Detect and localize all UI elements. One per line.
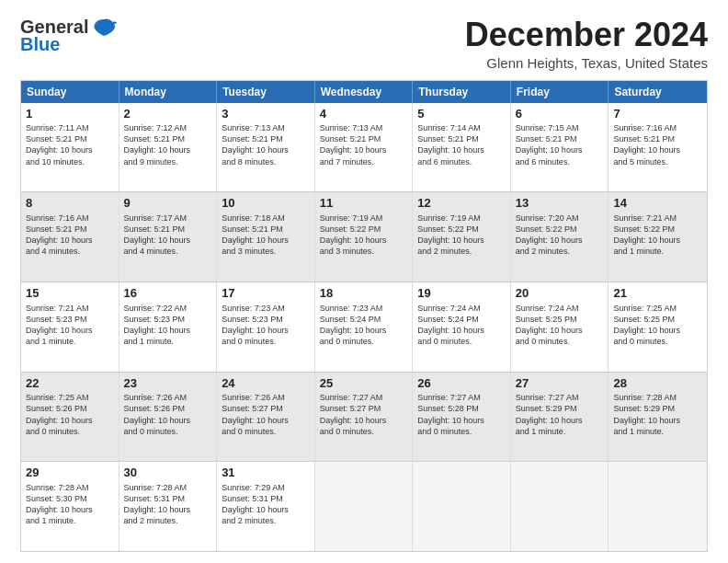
- calendar-row-3: 22Sunrise: 7:25 AM Sunset: 5:26 PM Dayli…: [21, 372, 707, 462]
- day-info: Sunrise: 7:21 AM Sunset: 5:22 PM Dayligh…: [613, 213, 702, 258]
- day-number: 26: [417, 376, 506, 391]
- calendar-cell: [511, 462, 609, 551]
- day-info: Sunrise: 7:16 AM Sunset: 5:21 PM Dayligh…: [26, 213, 114, 258]
- day-number: 4: [320, 107, 408, 121]
- calendar-cell: [413, 462, 511, 551]
- calendar: Sunday Monday Tuesday Wednesday Thursday…: [20, 80, 708, 552]
- calendar-body: 1Sunrise: 7:11 AM Sunset: 5:21 PM Daylig…: [21, 103, 707, 551]
- calendar-cell: 23Sunrise: 7:26 AM Sunset: 5:26 PM Dayli…: [119, 373, 218, 462]
- calendar-cell: 22Sunrise: 7:25 AM Sunset: 5:26 PM Dayli…: [21, 373, 119, 462]
- day-number: 25: [320, 376, 408, 391]
- day-info: Sunrise: 7:24 AM Sunset: 5:24 PM Dayligh…: [417, 303, 506, 348]
- day-number: 11: [320, 196, 408, 211]
- logo-bird-icon: [91, 17, 117, 38]
- header: General Blue December 2024 Glenn Heights…: [20, 17, 708, 71]
- day-info: Sunrise: 7:19 AM Sunset: 5:22 PM Dayligh…: [320, 213, 408, 258]
- day-info: Sunrise: 7:15 AM Sunset: 5:21 PM Dayligh…: [516, 122, 604, 167]
- calendar-cell: [609, 462, 707, 551]
- day-number: 29: [26, 465, 114, 480]
- calendar-cell: 6Sunrise: 7:15 AM Sunset: 5:21 PM Daylig…: [511, 103, 609, 192]
- day-info: Sunrise: 7:18 AM Sunset: 5:21 PM Dayligh…: [222, 213, 310, 258]
- day-info: Sunrise: 7:25 AM Sunset: 5:25 PM Dayligh…: [613, 303, 702, 348]
- day-number: 28: [613, 376, 702, 391]
- header-tuesday: Tuesday: [217, 81, 315, 103]
- calendar-title: December 2024: [465, 17, 708, 53]
- day-info: Sunrise: 7:20 AM Sunset: 5:22 PM Dayligh…: [516, 213, 604, 258]
- calendar-cell: 15Sunrise: 7:21 AM Sunset: 5:23 PM Dayli…: [21, 282, 119, 372]
- day-number: 3: [222, 107, 310, 121]
- calendar-row-2: 15Sunrise: 7:21 AM Sunset: 5:23 PM Dayli…: [21, 282, 707, 372]
- calendar-cell: 27Sunrise: 7:27 AM Sunset: 5:29 PM Dayli…: [511, 373, 609, 462]
- day-info: Sunrise: 7:26 AM Sunset: 5:27 PM Dayligh…: [222, 392, 310, 437]
- day-number: 12: [417, 196, 506, 211]
- day-number: 22: [26, 376, 114, 391]
- calendar-row-4: 29Sunrise: 7:28 AM Sunset: 5:30 PM Dayli…: [21, 461, 707, 551]
- calendar-cell: 7Sunrise: 7:16 AM Sunset: 5:21 PM Daylig…: [609, 103, 707, 192]
- calendar-cell: 26Sunrise: 7:27 AM Sunset: 5:28 PM Dayli…: [413, 373, 511, 462]
- day-info: Sunrise: 7:27 AM Sunset: 5:28 PM Dayligh…: [417, 392, 506, 437]
- day-info: Sunrise: 7:13 AM Sunset: 5:21 PM Dayligh…: [320, 122, 408, 167]
- calendar-header-row: Sunday Monday Tuesday Wednesday Thursday…: [21, 81, 707, 103]
- logo-blue: Blue: [20, 34, 60, 55]
- day-number: 15: [26, 286, 114, 301]
- calendar-cell: [315, 462, 414, 551]
- calendar-cell: 10Sunrise: 7:18 AM Sunset: 5:21 PM Dayli…: [217, 192, 315, 282]
- day-info: Sunrise: 7:28 AM Sunset: 5:29 PM Dayligh…: [613, 392, 702, 437]
- day-info: Sunrise: 7:23 AM Sunset: 5:23 PM Dayligh…: [222, 303, 310, 348]
- day-number: 18: [320, 286, 408, 301]
- day-info: Sunrise: 7:24 AM Sunset: 5:25 PM Dayligh…: [516, 303, 604, 348]
- calendar-cell: 19Sunrise: 7:24 AM Sunset: 5:24 PM Dayli…: [413, 282, 511, 372]
- day-info: Sunrise: 7:26 AM Sunset: 5:26 PM Dayligh…: [124, 392, 212, 437]
- day-info: Sunrise: 7:17 AM Sunset: 5:21 PM Dayligh…: [124, 213, 212, 258]
- day-number: 8: [26, 196, 114, 211]
- day-number: 31: [222, 465, 310, 480]
- day-number: 24: [222, 376, 310, 391]
- day-number: 10: [222, 196, 310, 211]
- day-info: Sunrise: 7:11 AM Sunset: 5:21 PM Dayligh…: [26, 122, 114, 167]
- calendar-cell: 12Sunrise: 7:19 AM Sunset: 5:22 PM Dayli…: [413, 192, 511, 282]
- day-number: 13: [516, 196, 604, 211]
- header-sunday: Sunday: [21, 81, 119, 103]
- day-number: 19: [417, 286, 506, 301]
- day-number: 6: [516, 107, 604, 121]
- day-number: 9: [124, 196, 212, 211]
- day-number: 2: [124, 107, 212, 121]
- day-number: 30: [124, 465, 212, 480]
- calendar-cell: 31Sunrise: 7:29 AM Sunset: 5:31 PM Dayli…: [217, 462, 315, 551]
- calendar-cell: 18Sunrise: 7:23 AM Sunset: 5:24 PM Dayli…: [315, 282, 414, 372]
- calendar-cell: 13Sunrise: 7:20 AM Sunset: 5:22 PM Dayli…: [511, 192, 609, 282]
- day-number: 20: [516, 286, 604, 301]
- calendar-cell: 17Sunrise: 7:23 AM Sunset: 5:23 PM Dayli…: [217, 282, 315, 372]
- day-info: Sunrise: 7:14 AM Sunset: 5:21 PM Dayligh…: [417, 122, 506, 167]
- day-number: 16: [124, 286, 212, 301]
- day-info: Sunrise: 7:29 AM Sunset: 5:31 PM Dayligh…: [222, 482, 310, 527]
- day-info: Sunrise: 7:28 AM Sunset: 5:30 PM Dayligh…: [26, 482, 114, 527]
- calendar-cell: 20Sunrise: 7:24 AM Sunset: 5:25 PM Dayli…: [511, 282, 609, 372]
- day-info: Sunrise: 7:28 AM Sunset: 5:31 PM Dayligh…: [124, 482, 212, 527]
- calendar-cell: 2Sunrise: 7:12 AM Sunset: 5:21 PM Daylig…: [119, 103, 218, 192]
- day-info: Sunrise: 7:13 AM Sunset: 5:21 PM Dayligh…: [222, 122, 310, 167]
- day-info: Sunrise: 7:22 AM Sunset: 5:23 PM Dayligh…: [124, 303, 212, 348]
- day-number: 17: [222, 286, 310, 301]
- header-saturday: Saturday: [609, 81, 707, 103]
- day-number: 14: [613, 196, 702, 211]
- page: General Blue December 2024 Glenn Heights…: [0, 0, 728, 563]
- day-number: 1: [26, 107, 114, 121]
- day-info: Sunrise: 7:12 AM Sunset: 5:21 PM Dayligh…: [124, 122, 212, 167]
- day-number: 5: [417, 107, 506, 121]
- day-number: 23: [124, 376, 212, 391]
- day-info: Sunrise: 7:27 AM Sunset: 5:27 PM Dayligh…: [320, 392, 408, 437]
- header-friday: Friday: [511, 81, 609, 103]
- day-info: Sunrise: 7:16 AM Sunset: 5:21 PM Dayligh…: [613, 122, 702, 167]
- title-block: December 2024 Glenn Heights, Texas, Unit…: [465, 17, 708, 71]
- calendar-row-0: 1Sunrise: 7:11 AM Sunset: 5:21 PM Daylig…: [21, 103, 707, 192]
- day-number: 27: [516, 376, 604, 391]
- day-info: Sunrise: 7:25 AM Sunset: 5:26 PM Dayligh…: [26, 392, 114, 437]
- calendar-subtitle: Glenn Heights, Texas, United States: [465, 55, 708, 71]
- calendar-cell: 8Sunrise: 7:16 AM Sunset: 5:21 PM Daylig…: [21, 192, 119, 282]
- calendar-cell: 28Sunrise: 7:28 AM Sunset: 5:29 PM Dayli…: [609, 373, 707, 462]
- calendar-cell: 14Sunrise: 7:21 AM Sunset: 5:22 PM Dayli…: [609, 192, 707, 282]
- header-wednesday: Wednesday: [315, 81, 414, 103]
- header-monday: Monday: [119, 81, 218, 103]
- day-number: 7: [613, 107, 702, 121]
